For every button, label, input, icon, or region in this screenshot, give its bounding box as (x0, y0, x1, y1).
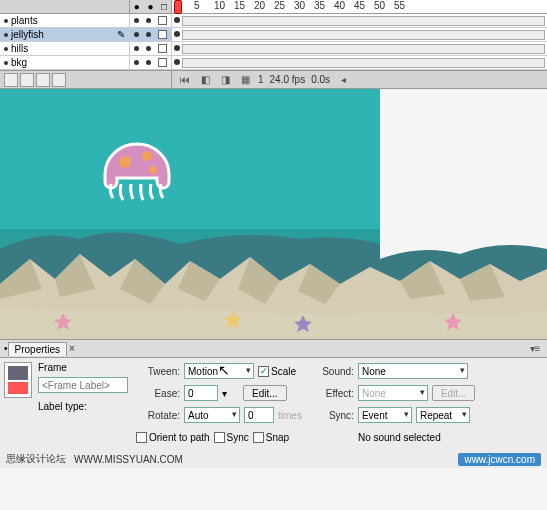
new-layer-button[interactable] (4, 73, 18, 87)
repeat-select[interactable]: Repeat (416, 407, 470, 423)
layer-header-col (0, 0, 130, 13)
frame-label-input[interactable] (38, 377, 128, 393)
lock-toggle[interactable] (146, 32, 151, 37)
outline-toggle[interactable] (158, 58, 167, 67)
sync-checkbox[interactable]: Sync (214, 432, 249, 443)
frames-track[interactable] (172, 14, 547, 27)
layer-icon (4, 47, 8, 51)
scale-checkbox[interactable]: ✓Scale (258, 366, 296, 377)
layer-toggles (130, 42, 172, 55)
time-readout: 0.0s (311, 74, 330, 85)
watermark-footer: 思缘设计论坛 WWW.MISSYUAN.COM www.jcwcn.com (0, 450, 547, 468)
layer-row-plants[interactable]: plants (0, 14, 547, 28)
svg-point-5 (149, 166, 157, 174)
layer-toggle-header: ● ● □ (130, 0, 172, 13)
lock-toggle[interactable] (146, 18, 151, 23)
ruler-20: 20 (252, 0, 272, 13)
eye-icon[interactable]: ● (134, 1, 140, 12)
onion-outline-icon[interactable]: ◨ (218, 73, 232, 87)
rotate-select[interactable]: Auto (184, 407, 240, 423)
ruler-10: 10 (212, 0, 232, 13)
sync-select[interactable]: Event (358, 407, 412, 423)
orient-checkbox[interactable]: Orient to path (136, 432, 210, 443)
outline-icon[interactable]: □ (161, 1, 167, 12)
svg-point-4 (142, 151, 152, 161)
lock-toggle[interactable] (146, 60, 151, 65)
stage-canvas[interactable] (0, 89, 547, 339)
close-tab-icon[interactable]: × (69, 343, 75, 354)
layer-label: bkg (11, 57, 27, 68)
footer-url2: www.jcwcn.com (458, 453, 541, 466)
ruler-15: 15 (232, 0, 252, 13)
outline-toggle[interactable] (158, 30, 167, 39)
svg-point-3 (119, 156, 131, 168)
outline-toggle[interactable] (158, 16, 167, 25)
layer-icon (4, 19, 8, 23)
lock-icon[interactable]: ● (147, 1, 153, 12)
tween-select[interactable]: Motion (184, 363, 254, 379)
ease-edit-button[interactable]: Edit... (243, 385, 287, 401)
layer-label: hills (11, 43, 28, 54)
ease-input[interactable] (184, 385, 218, 401)
layer-controls (0, 71, 172, 88)
layer-toggles (130, 56, 172, 69)
properties-tab-bar: • Properties × ▾≡ (0, 340, 547, 358)
outline-toggle[interactable] (158, 44, 167, 53)
layer-toggles (130, 14, 172, 27)
ease-arrow-icon[interactable]: ▾ (222, 388, 227, 399)
effect-label: Effect: (310, 388, 354, 399)
visibility-toggle[interactable] (134, 32, 139, 37)
sync-label: Sync: (310, 410, 354, 421)
tween-label: Tween: (136, 366, 180, 377)
onion-skin-icon[interactable]: ◧ (198, 73, 212, 87)
frames-track[interactable] (172, 56, 547, 69)
rotate-times-input[interactable] (244, 407, 274, 423)
ease-label: Ease: (136, 388, 180, 399)
layer-name[interactable]: plants (0, 14, 130, 27)
pencil-icon: ✎ (117, 29, 125, 40)
sound-label: Sound: (310, 366, 354, 377)
lock-toggle[interactable] (146, 46, 151, 51)
fps-readout: 24.0 fps (270, 74, 306, 85)
visibility-toggle[interactable] (134, 46, 139, 51)
snap-checkbox[interactable]: Snap (253, 432, 289, 443)
ruler-35: 35 (312, 0, 332, 13)
scroll-left-icon[interactable]: ◂ (336, 73, 350, 87)
layer-icon (4, 61, 8, 65)
playback-controls: ⏮ ◧ ◨ ▦ 1 24.0 fps 0.0s ◂ (172, 73, 547, 87)
current-frame: 1 (258, 74, 264, 85)
panel-menu-icon[interactable]: ▾≡ (527, 343, 543, 354)
new-folder-button[interactable] (36, 73, 50, 87)
new-guide-button[interactable] (20, 73, 34, 87)
properties-panel: • Properties × ▾≡ Frame Label type: Twee… (0, 339, 547, 468)
visibility-toggle[interactable] (134, 18, 139, 23)
footer-url1: WWW.MISSYUAN.COM (74, 454, 183, 465)
layer-name[interactable]: hills (0, 42, 130, 55)
layer-name[interactable]: bkg (0, 56, 130, 69)
layer-row-hills[interactable]: hills (0, 42, 547, 56)
ruler-25: 25 (272, 0, 292, 13)
effect-select[interactable]: None (358, 385, 428, 401)
rotate-label: Rotate: (136, 410, 180, 421)
frames-track[interactable] (172, 42, 547, 55)
playhead[interactable] (174, 0, 182, 14)
frames-ruler[interactable]: 1 5 10 15 20 25 30 35 40 45 50 55 (172, 0, 547, 13)
edit-multi-icon[interactable]: ▦ (238, 73, 252, 87)
ruler-40: 40 (332, 0, 352, 13)
visibility-toggle[interactable] (134, 60, 139, 65)
timeline-footer: ⏮ ◧ ◨ ▦ 1 24.0 fps 0.0s ◂ (0, 70, 547, 88)
layer-name[interactable]: jellyfish✎ (0, 28, 130, 41)
no-sound-text: No sound selected (358, 432, 441, 443)
timeline-ruler: ● ● □ 1 5 10 15 20 25 30 35 40 45 50 55 (0, 0, 547, 14)
layer-row-bkg[interactable]: bkg (0, 56, 547, 70)
layer-row-jellyfish[interactable]: jellyfish✎ (0, 28, 547, 42)
sound-select[interactable]: None (358, 363, 468, 379)
layer-toggles (130, 28, 172, 41)
delete-layer-button[interactable] (52, 73, 66, 87)
effect-edit-button[interactable]: Edit... (432, 385, 476, 401)
rewind-icon[interactable]: ⏮ (178, 73, 192, 87)
frames-track[interactable] (172, 28, 547, 41)
ruler-55: 55 (392, 0, 412, 13)
properties-tab[interactable]: Properties (8, 342, 68, 356)
frame-title: Frame (38, 362, 128, 373)
